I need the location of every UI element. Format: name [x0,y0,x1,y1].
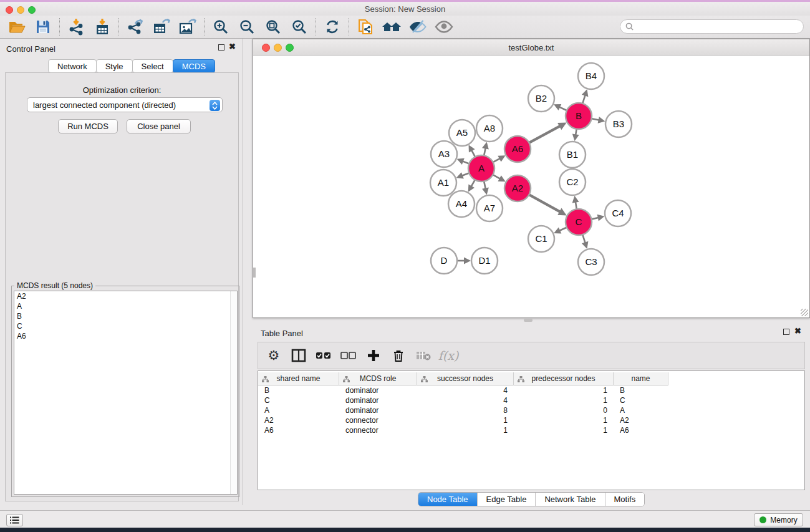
cell-successor-nodes[interactable]: 4 [417,395,514,405]
zoom-selected-icon[interactable] [286,17,312,37]
node-label-B2: B2 [536,93,547,104]
close-panel-icon[interactable]: ✖ [229,43,236,50]
cell-predecessor-nodes[interactable]: 1 [514,415,614,425]
cell-successor-nodes[interactable]: 1 [417,415,514,425]
cell-name[interactable]: C [614,395,668,405]
tab-motifs[interactable]: Motifs [605,493,645,506]
tab-select[interactable]: Select [132,59,173,73]
edge-A2-C[interactable] [528,194,561,212]
show-columns-icon[interactable] [291,347,307,364]
import-table-icon[interactable] [89,17,115,37]
column-header-successor-nodes[interactable]: successor nodes [417,372,514,385]
table-row[interactable]: Bdominator41B [258,385,804,395]
cell-predecessor-nodes[interactable]: 1 [514,395,614,405]
memory-status-icon [759,516,766,523]
result-item[interactable]: A6 [14,331,237,341]
refresh-icon[interactable] [319,17,345,37]
memory-label: Memory [770,516,797,525]
cell-shared-name[interactable]: B [258,385,339,395]
cell-predecessor-nodes[interactable]: 1 [514,425,614,435]
tab-network-table[interactable]: Network Table [536,493,605,506]
cell-MCDS-role[interactable]: dominator [339,395,417,405]
arrowhead-icon [582,89,588,97]
optimization-criterion-label: Optimization criterion: [6,85,238,95]
table-close-icon[interactable]: ✖ [794,327,801,334]
mcds-result-items: A2ABCA6 [14,291,237,341]
mcds-result-list[interactable]: A2ABCA6 [14,291,238,495]
vertical-scroll-thumb[interactable] [253,268,256,278]
cell-MCDS-role[interactable]: dominator [339,405,417,415]
add-icon[interactable] [365,347,382,364]
cell-name[interactable]: A6 [614,425,668,435]
cell-predecessor-nodes[interactable]: 0 [514,405,614,415]
cell-shared-name[interactable]: A [258,405,339,415]
tab-network[interactable]: Network [48,59,97,73]
zoom-out-icon[interactable] [234,17,260,37]
tab-edge-table[interactable]: Edge Table [478,493,536,506]
cell-MCDS-role[interactable]: dominator [339,385,417,395]
run-mcds-button[interactable]: Run MCDS [58,119,118,133]
clone-network-icon[interactable] [352,17,378,37]
tab-node-table[interactable]: Node Table [418,493,478,506]
cell-name[interactable]: B [614,385,668,395]
cell-predecessor-nodes[interactable]: 1 [514,385,614,395]
show-all-icon[interactable] [431,17,457,37]
result-item[interactable]: A [14,301,237,311]
edge-A6-B[interactable] [528,126,561,143]
cell-MCDS-role[interactable]: connector [339,415,417,425]
node-label-A: A [478,163,485,173]
column-header-predecessor-nodes[interactable]: predecessor nodes [514,372,614,385]
cell-name[interactable]: A [614,405,668,415]
cell-shared-name[interactable]: C [258,395,339,405]
zoom-in-icon[interactable] [208,17,234,37]
cell-name[interactable]: A2 [614,415,668,425]
cell-successor-nodes[interactable]: 8 [417,405,514,415]
table-row[interactable]: Cdominator41C [258,395,804,405]
search-input[interactable] [637,22,803,31]
desktop-edge-bottom [0,528,810,532]
first-neighbors-icon[interactable] [378,17,405,37]
close-panel-button[interactable]: Close panel [127,119,191,133]
criterion-dropdown[interactable]: largest connected component (directed) [27,97,223,112]
open-file-icon[interactable] [4,17,30,37]
column-header-name[interactable]: name [614,372,668,385]
zoom-fit-icon[interactable] [260,17,286,37]
network-graph[interactable]: B4B2BB3A8A5A6A3B1AC2A1A2A4A7C4CC1C3DD1 [254,56,805,316]
resize-grip-icon[interactable] [801,309,808,316]
export-network-icon[interactable] [122,17,148,37]
tab-mcds[interactable]: MCDS [173,59,215,73]
column-header-shared-name[interactable]: shared name [258,372,339,385]
import-network-icon[interactable] [63,17,89,37]
save-icon[interactable] [30,17,56,37]
cell-MCDS-role[interactable]: connector [339,425,417,435]
delete-icon[interactable] [390,347,407,364]
arrowhead-icon [582,241,588,249]
result-item[interactable]: C [14,321,237,331]
divider-handle[interactable] [524,319,533,322]
node-label-D: D [441,255,448,266]
cell-successor-nodes[interactable]: 1 [417,425,514,435]
table-row[interactable]: Adominator80A [258,405,804,415]
table-row[interactable]: A2connector11A2 [258,415,804,425]
cell-successor-nodes[interactable]: 4 [417,385,514,395]
hide-selected-icon[interactable] [405,17,431,37]
export-table-icon[interactable] [148,17,175,37]
table-float-icon[interactable] [783,329,789,336]
result-scrollbar[interactable] [230,291,237,494]
export-image-icon[interactable] [175,17,201,37]
memory-button[interactable]: Memory [754,513,803,526]
task-history-button[interactable] [6,514,23,526]
gear-icon[interactable]: ⚙ [266,347,282,364]
tab-style[interactable]: Style [96,59,133,73]
result-item[interactable]: B [14,311,237,321]
column-header-MCDS-role[interactable]: MCDS role [339,372,417,385]
select-all-icon[interactable] [316,347,332,364]
float-panel-icon[interactable] [218,44,224,52]
cell-shared-name[interactable]: A2 [258,415,339,425]
search-field[interactable] [620,19,804,34]
result-item[interactable]: A2 [14,291,237,301]
cell-shared-name[interactable]: A6 [258,425,339,435]
table-row[interactable]: A6connector11A6 [258,425,804,435]
hierarchy-icon [421,375,428,384]
deselect-all-icon[interactable] [340,347,357,364]
